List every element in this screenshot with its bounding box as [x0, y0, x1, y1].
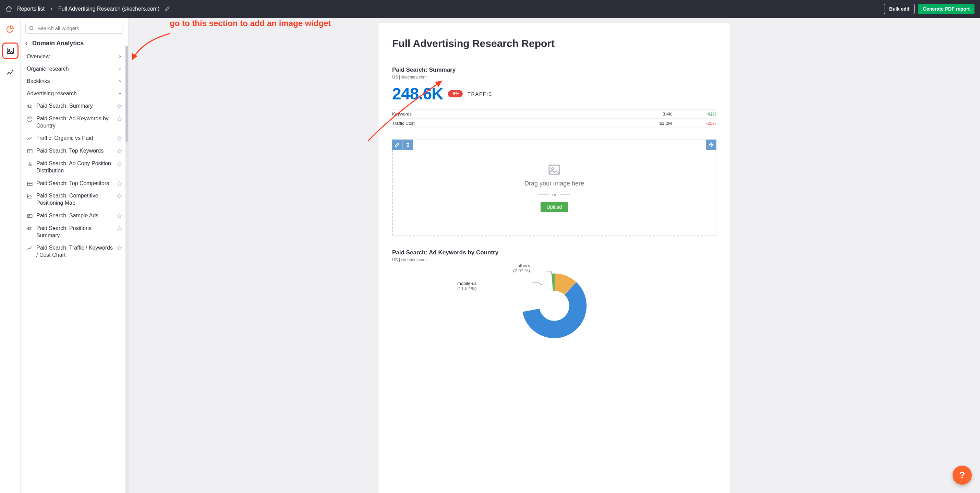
scatter-icon	[27, 193, 33, 199]
sidebar-item-sample-ads[interactable]: Paid Search: Sample Ads	[22, 210, 126, 222]
move-widget-handle[interactable]	[706, 140, 716, 150]
widget-sidebar: Domain Analytics Overview Organic resear…	[21, 18, 129, 493]
star-icon[interactable]	[116, 226, 123, 232]
chart-labels: others (2.97 %) mobile-us (11.52 %)	[392, 266, 716, 345]
sidebar-group-advertising[interactable]: Advertising research	[22, 87, 126, 100]
item-label: Paid Search: Ad Keywords by Country	[37, 115, 113, 130]
star-icon[interactable]	[116, 103, 123, 109]
star-icon[interactable]	[116, 148, 123, 154]
row-change: -25%	[703, 121, 716, 126]
svg-point-10	[552, 168, 553, 169]
top-actions: Bulk edit Generate PDF report	[884, 4, 975, 14]
line-chart-icon	[27, 135, 33, 142]
chart-label-mobile-us: mobile-us (11.52 %)	[457, 281, 476, 291]
svg-point-1	[9, 49, 10, 50]
star-icon[interactable]	[116, 135, 123, 142]
star-icon[interactable]	[116, 116, 123, 122]
breadcrumb-root[interactable]: Reports list	[17, 6, 45, 12]
search-input[interactable]	[25, 22, 123, 33]
row-change: 41%	[703, 111, 716, 116]
number-icon: 42	[27, 226, 33, 231]
group-label: Backlinks	[27, 78, 50, 84]
item-label: Paid Search: Ad Copy Position Distributi…	[37, 160, 113, 175]
sidebar-item-ad-keywords-country[interactable]: Paid Search: Ad Keywords by Country	[22, 113, 126, 132]
image-widget-placeholder[interactable]: Drag your image here or Upload	[392, 140, 716, 235]
svg-point-5	[29, 196, 29, 197]
item-label: Paid Search: Top Keywords	[37, 148, 113, 154]
top-bar: Reports list Full Advertising Research (…	[0, 0, 980, 18]
item-label: Paid Search: Traffic / Keywords / Cost C…	[37, 245, 113, 259]
report-canvas: go to this section to add an image widge…	[129, 18, 980, 493]
sidebar-items: 42 Paid Search: Summary Paid Search: Ad …	[22, 100, 126, 262]
sidebar-item-traffic-cost-chart[interactable]: Paid Search: Traffic / Keywords / Cost C…	[22, 242, 126, 262]
widget-title: Paid Search: Summary	[392, 67, 716, 73]
image-tab-icon[interactable]	[2, 43, 19, 59]
svg-point-7	[31, 197, 32, 197]
chart-label-others: others (2.97 %)	[513, 263, 530, 273]
group-label: Advertising research	[27, 91, 77, 97]
widget-title: Paid Search: Ad Keywords by Country	[392, 249, 716, 256]
breadcrumb-current: Full Advertising Research (skechers.com)	[58, 6, 159, 12]
add-chart-tab-icon[interactable]	[4, 67, 16, 79]
drop-text: Drag your image here	[525, 180, 584, 187]
annotation-arrow-icon	[129, 27, 190, 68]
sidebar-item-top-competitors[interactable]: Paid Search: Top Competitors	[22, 177, 126, 190]
line-chart-icon	[27, 245, 33, 251]
bulk-edit-button[interactable]: Bulk edit	[884, 4, 915, 14]
item-label: Traffic: Organic vs Paid	[37, 135, 113, 142]
svg-point-2	[30, 26, 33, 30]
row-value: $1.2M	[658, 121, 672, 126]
sidebar-item-ad-copy-position[interactable]: Paid Search: Ad Copy Position Distributi…	[22, 157, 126, 177]
chevron-right-icon	[118, 54, 122, 59]
widgets-tab-icon[interactable]	[4, 22, 16, 35]
upload-button[interactable]: Upload	[541, 202, 568, 212]
item-label: Paid Search: Competitive Positioning Map	[37, 192, 113, 207]
star-icon[interactable]	[116, 181, 123, 187]
sidebar-item-positions-summary[interactable]: 42 Paid Search: Positions Summary	[22, 222, 126, 242]
help-button[interactable]: ?	[953, 466, 972, 485]
sidebar-item-paid-summary[interactable]: 42 Paid Search: Summary	[22, 100, 126, 113]
chevron-right-icon	[118, 79, 122, 83]
svg-point-6	[30, 195, 30, 196]
number-icon: 42	[27, 103, 33, 109]
item-label: Paid Search: Top Competitors	[37, 180, 113, 187]
svg-rect-8	[27, 214, 32, 217]
report-sheet: Full Advertising Research Report Paid Se…	[379, 22, 730, 493]
summary-metric-label: TRAFFIC	[468, 91, 493, 97]
pie-icon	[27, 116, 33, 122]
sidebar-section-title: Domain Analytics	[32, 40, 84, 47]
sidebar-group-overview[interactable]: Overview	[22, 50, 126, 63]
table-icon	[27, 181, 33, 187]
star-icon[interactable]	[116, 161, 123, 167]
item-label: Paid Search: Positions Summary	[37, 225, 113, 239]
star-icon[interactable]	[116, 213, 123, 219]
or-divider: or	[538, 192, 570, 197]
report-title: Full Advertising Research Report	[392, 38, 716, 49]
sidebar-group-organic[interactable]: Organic research	[22, 63, 126, 75]
breadcrumb: Reports list Full Advertising Research (…	[5, 5, 170, 12]
star-icon[interactable]	[116, 245, 123, 251]
table-icon	[27, 148, 33, 154]
item-label: Paid Search: Sample Ads	[37, 212, 113, 219]
sidebar-item-positioning-map[interactable]: Paid Search: Competitive Positioning Map	[22, 189, 126, 210]
sidebar-section-header: Domain Analytics	[21, 37, 128, 50]
widget-ad-keywords-by-country: Paid Search: Ad Keywords by Country US |…	[392, 249, 716, 345]
edit-title-icon[interactable]	[164, 6, 170, 12]
star-icon[interactable]	[116, 193, 123, 199]
home-icon[interactable]	[5, 5, 12, 12]
search-icon	[29, 25, 34, 31]
annotation-text: go to this section to add an image widge…	[170, 19, 331, 28]
sidebar-item-organic-vs-paid[interactable]: Traffic: Organic vs Paid	[22, 132, 126, 145]
left-rail	[0, 18, 21, 493]
row-value: 3.4K	[658, 111, 672, 116]
chevron-right-icon	[49, 7, 54, 11]
bar-chart-icon	[27, 161, 33, 167]
sidebar-scrollbar-thumb[interactable]	[126, 46, 128, 142]
generate-pdf-button[interactable]: Generate PDF report	[918, 4, 975, 14]
sidebar-group-backlinks[interactable]: Backlinks	[22, 75, 126, 87]
back-icon[interactable]	[24, 41, 29, 46]
annotation-arrow2-icon	[365, 74, 450, 146]
sidebar-item-top-keywords[interactable]: Paid Search: Top Keywords	[22, 145, 126, 157]
search-widgets	[25, 22, 123, 33]
chevron-right-icon	[118, 67, 122, 71]
